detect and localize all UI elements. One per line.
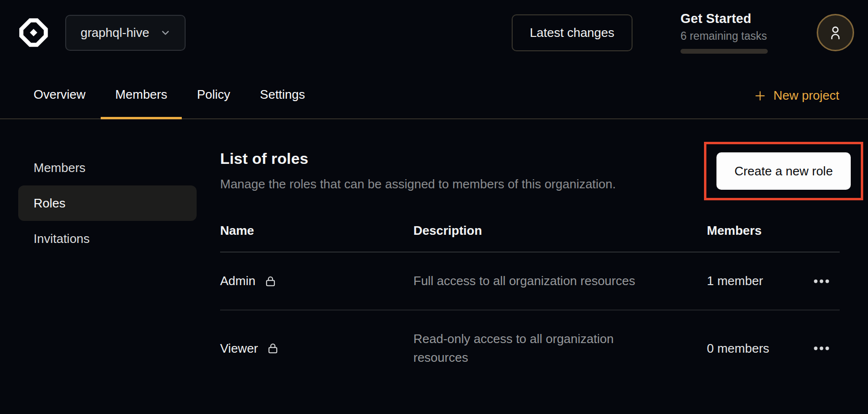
role-description-cell: Full access to all organization resource… <box>413 272 707 290</box>
org-selector[interactable]: graphql-hive <box>65 15 186 51</box>
new-project-label: New project <box>774 88 839 103</box>
role-name: Admin <box>220 274 256 288</box>
top-header: graphql-hive Latest changes Get Started … <box>0 0 868 54</box>
role-description-cell: Read-only access to all organization res… <box>413 330 707 367</box>
hive-logo-icon[interactable] <box>18 17 49 48</box>
chevron-down-icon <box>159 26 172 39</box>
tab-settings[interactable]: Settings <box>246 71 319 118</box>
latest-changes-button[interactable]: Latest changes <box>512 14 633 51</box>
get-started-title: Get Started <box>680 12 769 26</box>
role-members-cell: 1 member <box>707 274 811 288</box>
roles-table-header: Name Description Members <box>220 218 840 253</box>
highlight-annotation: Create a new role <box>704 142 863 200</box>
ellipsis-icon <box>813 278 830 285</box>
plus-icon <box>754 90 766 102</box>
roles-header: List of roles Manage the roles that can … <box>220 150 840 200</box>
row-actions-button[interactable] <box>809 342 834 355</box>
roles-header-text: List of roles Manage the roles that can … <box>220 150 616 192</box>
members-sidebar: Members Roles Invitations <box>18 150 197 256</box>
header-left: graphql-hive <box>18 15 186 51</box>
page-content: Members Roles Invitations List of roles … <box>0 119 868 386</box>
role-name-cell: Viewer <box>220 341 413 356</box>
column-header-members: Members <box>707 223 811 238</box>
row-actions-button[interactable] <box>809 275 834 288</box>
org-selector-label: graphql-hive <box>81 25 149 40</box>
org-tabs-bar: Overview Members Policy Settings New pro… <box>0 71 868 119</box>
get-started-widget[interactable]: Get Started 6 remaining tasks <box>680 12 769 54</box>
ellipsis-icon <box>813 345 830 352</box>
role-members-cell: 0 members <box>707 341 811 356</box>
role-name: Viewer <box>220 341 258 356</box>
tab-members[interactable]: Members <box>101 71 181 118</box>
sidebar-item-roles[interactable]: Roles <box>18 185 197 221</box>
get-started-progress <box>680 49 768 54</box>
sidebar-item-invitations[interactable]: Invitations <box>18 221 197 256</box>
table-row-viewer: Viewer Read-only access to all organizat… <box>220 310 840 386</box>
user-avatar-button[interactable] <box>817 14 854 51</box>
sidebar-item-members[interactable]: Members <box>18 150 197 185</box>
roles-table: Name Description Members Admin <box>220 218 840 386</box>
org-tabs: Overview Members Policy Settings <box>19 71 319 118</box>
header-right: Latest changes Get Started 6 remaining t… <box>512 12 854 54</box>
table-row-admin: Admin Full access to all organization re… <box>220 253 840 310</box>
page-title: List of roles <box>220 150 616 168</box>
column-header-name: Name <box>220 223 413 238</box>
lock-icon <box>266 342 280 355</box>
create-role-button[interactable]: Create a new role <box>716 152 851 190</box>
get-started-subtitle: 6 remaining tasks <box>680 30 769 43</box>
lock-icon <box>264 275 277 288</box>
roles-panel: List of roles Manage the roles that can … <box>220 150 840 386</box>
column-header-description: Description <box>413 223 707 238</box>
tab-policy[interactable]: Policy <box>183 71 245 118</box>
role-name-cell: Admin <box>220 274 413 288</box>
tab-overview[interactable]: Overview <box>19 71 100 118</box>
page-subtitle: Manage the roles that can be assigned to… <box>220 177 616 192</box>
new-project-button[interactable]: New project <box>754 88 839 118</box>
person-icon <box>827 24 844 41</box>
